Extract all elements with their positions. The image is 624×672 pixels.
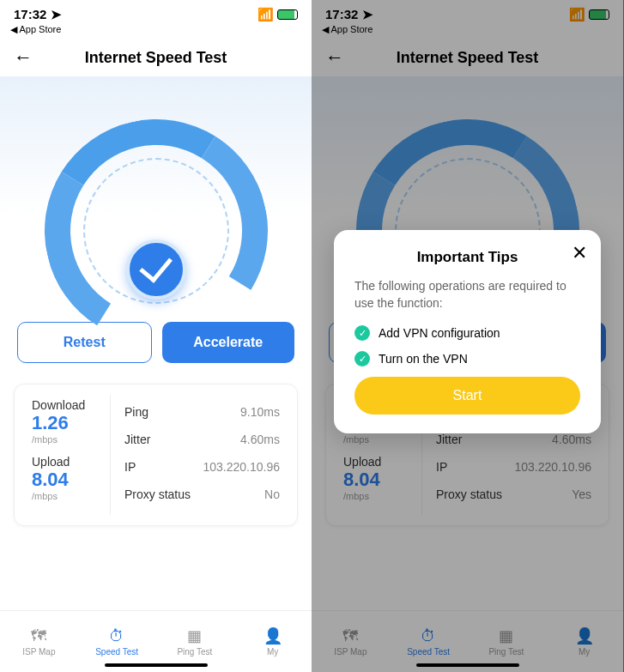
stat-value: 103.220.10.96 (514, 460, 591, 474)
stat-key: IP (436, 460, 447, 474)
clock: 17:32 ➤ (14, 7, 62, 22)
clock: 17:32 ➤ (325, 7, 373, 22)
tip-item: ✓Add VPN configuration (354, 325, 580, 341)
stat-value: No (264, 487, 280, 501)
tab-label: Ping Test (488, 647, 524, 657)
check-icon: ✓ (354, 351, 370, 366)
stat-row: IP103.220.10.96 (436, 453, 591, 481)
home-indicator (416, 663, 519, 667)
wifi-icon: 📶 (569, 7, 585, 22)
stat-row: Ping9.10ms (124, 398, 280, 426)
modal-title: Important Tips (354, 249, 580, 266)
results-card: Download 1.26 /mbps Upload 8.04 /mbps Pi… (14, 384, 298, 526)
back-to-app[interactable]: ◀ App Store (0, 24, 312, 39)
tab-label: My (579, 647, 590, 657)
back-arrow-icon[interactable]: ← (14, 46, 33, 69)
tab-icon: 👤 (264, 627, 282, 645)
stat-key: Jitter (124, 433, 150, 446)
tab-icon: 🗺 (29, 627, 48, 645)
tab-label: Ping Test (177, 647, 212, 657)
stat-key: IP (124, 460, 136, 474)
tab-icon: ⏱ (419, 627, 438, 645)
upload-metric: Upload 8.04 /mbps (32, 455, 103, 501)
tab-label: Speed Test (95, 647, 138, 657)
stat-value: 9.10ms (240, 405, 280, 419)
back-arrow-icon[interactable]: ← (325, 46, 344, 69)
stat-value: 4.60ms (552, 433, 591, 446)
tab-ping-test[interactable]: ▦Ping Test (468, 611, 546, 672)
tab-bar: 🗺ISP Map⏱Speed Test▦Ping Test👤My (312, 610, 623, 672)
start-button[interactable]: Start (354, 377, 580, 415)
page-title: Internet Speed Test (85, 49, 227, 67)
tab-speed-test[interactable]: ⏱Speed Test (390, 611, 468, 672)
tab-isp-map[interactable]: 🗺ISP Map (312, 611, 390, 672)
tab-icon: ▦ (185, 627, 204, 645)
tab-isp-map[interactable]: 🗺ISP Map (0, 611, 78, 672)
stat-value: Yes (572, 487, 591, 501)
check-icon: ✓ (354, 325, 370, 341)
stat-value: 103.220.10.96 (203, 460, 280, 474)
tab-label: ISP Map (22, 647, 55, 657)
stat-row: Jitter4.60ms (124, 426, 280, 453)
tips-modal: ✕ Important Tips The following operation… (334, 230, 601, 433)
tab-label: Speed Test (407, 647, 450, 657)
status-bar: 17:32 ➤ 📶 (0, 0, 312, 24)
battery-icon (277, 9, 298, 20)
tab-icon: ⏱ (107, 627, 126, 645)
stat-key: Proxy status (436, 487, 502, 501)
page-title: Internet Speed Test (397, 49, 539, 67)
download-metric: Download 1.26 /mbps (32, 398, 103, 445)
status-bar: 17:32 ➤ 📶 (312, 0, 623, 24)
stat-value: 4.60ms (240, 433, 280, 446)
stat-key: Ping (124, 405, 148, 419)
tab-label: ISP Map (334, 647, 367, 657)
wifi-icon: 📶 (257, 7, 274, 22)
upload-metric: Upload 8.04 /mbps (343, 455, 415, 501)
modal-subtitle: The following operations are required to… (354, 278, 580, 312)
tab-my[interactable]: 👤My (233, 611, 312, 672)
battery-icon (589, 9, 609, 20)
stat-row: IP103.220.10.96 (124, 453, 280, 481)
tab-icon: 👤 (575, 627, 594, 645)
back-to-app[interactable]: ◀ App Store (312, 24, 623, 39)
tab-label: My (267, 647, 278, 657)
tab-icon: ▦ (497, 627, 516, 645)
stat-row: Proxy statusNo (124, 481, 280, 508)
home-indicator (105, 663, 208, 667)
stat-row: Proxy statusYes (436, 481, 591, 508)
stat-key: Proxy status (124, 487, 191, 501)
tab-icon: 🗺 (341, 627, 360, 645)
gauge-status-icon (126, 239, 186, 300)
gauge (0, 76, 312, 308)
tip-item: ✓Turn on the VPN (354, 351, 580, 366)
close-icon[interactable]: ✕ (572, 242, 587, 264)
stat-key: Jitter (436, 433, 462, 446)
tab-my[interactable]: 👤My (545, 611, 623, 672)
